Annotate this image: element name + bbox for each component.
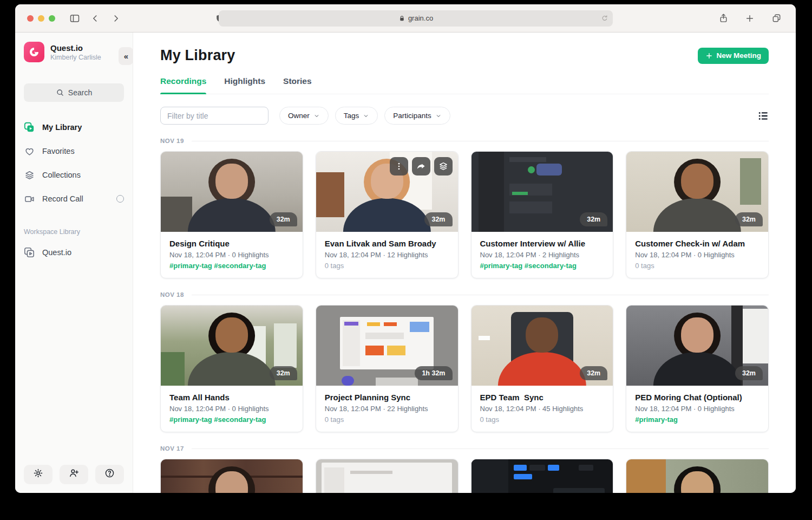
search-button[interactable]: Search [24, 83, 124, 102]
recording-tags[interactable]: #primary-tag #secondary-tag [169, 415, 294, 424]
thumbnail-shape [365, 346, 384, 355]
sidebar-item-collections[interactable]: Collections [24, 163, 124, 187]
share-icon[interactable] [716, 11, 731, 26]
recording-title: Customer Check-in w/ Adam [635, 239, 759, 248]
filter-dropdown-label: Owner [288, 112, 310, 120]
help-button[interactable] [95, 465, 124, 484]
sidebar-item-label: Record Call [42, 194, 83, 203]
recording-meta: Nov 18, 12:04 PM · 22 Highlights [325, 405, 449, 413]
new-meeting-button[interactable]: New Meeting [698, 48, 769, 64]
recording-card[interactable]: More filters [471, 459, 614, 493]
thumbnail-shape [387, 346, 405, 355]
person-face [215, 164, 248, 199]
collections-icon [24, 170, 35, 180]
zoom-window-button[interactable] [49, 15, 55, 22]
filter-by-title-input[interactable] [160, 107, 269, 125]
forward-icon[interactable] [108, 11, 123, 26]
workspace-switcher[interactable]: Quest.io Kimberly Carlisle [24, 42, 124, 62]
date-section-header: NOV 18 [160, 291, 769, 298]
recording-card[interactable]: 32mEPD Team SyncNov 18, 12:04 PM · 45 Hi… [471, 305, 614, 432]
share-icon[interactable] [412, 157, 430, 176]
recording-meta: Nov 18, 12:04 PM · 45 Highlights [480, 405, 605, 413]
recording-card[interactable]: 32mTeam All HandsNov 18, 12:04 PM · 0 Hi… [160, 305, 303, 432]
invite-user-button[interactable] [60, 465, 88, 484]
layers-icon[interactable] [434, 157, 453, 176]
recording-tags[interactable]: #primary-tag [635, 415, 759, 424]
filter-dropdown-owner[interactable]: Owner [279, 107, 329, 125]
thumbnail-shape [161, 197, 192, 232]
filter-dropdown-label: Participants [393, 112, 431, 120]
new-tab-icon[interactable] [742, 11, 757, 26]
sidebar-toggle-icon[interactable] [67, 11, 82, 26]
recording-card[interactable]: 32mPED Moring Chat (Optional)Nov 18, 12:… [626, 305, 769, 432]
date-section-header: NOV 17 [160, 445, 769, 452]
recording-thumbnail: 32m [626, 152, 768, 232]
person-torso [653, 352, 741, 386]
sidebar-item-my-library[interactable]: My Library [24, 115, 124, 139]
person-face [215, 317, 248, 353]
tab-highlights[interactable]: Highlights [224, 76, 265, 94]
duration-badge: 32m [735, 212, 763, 226]
recording-thumbnail: 32m [161, 306, 303, 386]
person-face [681, 164, 713, 199]
thumbnail-shape [509, 157, 546, 162]
thumbnail-shape [472, 459, 508, 493]
recording-thumbnail [161, 459, 303, 493]
settings-button[interactable] [24, 465, 53, 484]
chevron-down-icon [435, 113, 442, 119]
recording-title: Team All Hands [169, 393, 294, 402]
recording-card[interactable]: 32mCustomer Check-in w/ AdamNov 18, 12:0… [626, 151, 769, 278]
recording-tags: 0 tags [325, 415, 449, 424]
sidebar-item-record-call[interactable]: Record Call [24, 187, 124, 211]
back-icon[interactable] [88, 11, 103, 26]
recording-thumbnail [316, 459, 458, 493]
person-torso [653, 198, 741, 232]
plus-icon [705, 52, 713, 60]
sidebar-item-favorites[interactable]: Favorites [24, 139, 124, 163]
address-bar[interactable]: grain.co [219, 10, 613, 27]
filter-dropdown-participants[interactable]: Participants [384, 107, 450, 125]
recording-thumbnail [626, 459, 768, 493]
recording-card[interactable] [160, 459, 303, 493]
tab-stories[interactable]: Stories [283, 76, 312, 94]
recording-tags[interactable]: #primary-tag #secondary-tag [169, 262, 294, 270]
date-divider-line [192, 448, 769, 449]
close-window-button[interactable] [27, 15, 34, 22]
thumbnail-shape [384, 322, 397, 326]
search-label: Search [68, 88, 92, 97]
recording-meta: Nov 18, 12:04 PM · 0 Highlights [635, 405, 759, 413]
thumbnail-shape [514, 465, 527, 470]
tabs-overview-icon[interactable] [769, 11, 784, 26]
sidebar-nav: My LibraryFavoritesCollectionsRecord Cal… [24, 115, 124, 211]
thumbnail-shape [479, 152, 504, 232]
recording-card[interactable]: 32mCustomer Interview w/ AllieNov 18, 12… [471, 151, 614, 278]
duration-badge: 32m [580, 366, 607, 380]
recordings-grid: 32mDesign CritiqueNov 18, 12:04 PM · 0 H… [160, 151, 769, 278]
recording-meta: Nov 18, 12:04 PM · 0 Highlights [635, 251, 759, 259]
recording-card[interactable] [316, 459, 459, 493]
chevron-down-icon [363, 113, 369, 119]
recording-card[interactable]: 32mDesign CritiqueNov 18, 12:04 PM · 0 H… [160, 151, 303, 278]
tab-recordings[interactable]: Recordings [160, 76, 206, 94]
sidebar-bottom-actions [24, 465, 124, 484]
list-view-icon[interactable] [758, 110, 769, 121]
filter-dropdown-tags[interactable]: Tags [335, 107, 378, 125]
thumbnail-shape [161, 352, 185, 386]
sidebar: Quest.io Kimberly Carlisle « Search My L… [15, 32, 133, 493]
reload-icon[interactable] [601, 15, 608, 22]
minimize-window-button[interactable] [38, 15, 44, 22]
date-label: NOV 17 [160, 445, 184, 452]
sidebar-item-label: Collections [42, 171, 81, 179]
recording-card[interactable]: 32mEvan Litvak and Sam BroadyNov 18, 12:… [316, 151, 459, 278]
recording-tags[interactable]: #primary-tag #secondary-tag [480, 262, 605, 270]
recording-thumbnail: 32m [472, 306, 613, 386]
thumbnail-shape [740, 158, 761, 205]
duration-badge: 32m [735, 366, 763, 380]
recording-card[interactable] [626, 459, 769, 493]
collapse-sidebar-button[interactable]: « [119, 47, 133, 65]
workspace-item-quest-io[interactable]: Quest.io [24, 240, 124, 264]
library-outline-icon [24, 247, 35, 258]
recording-card[interactable]: 1h 32mProject Planning SyncNov 18, 12:04… [316, 305, 459, 432]
kebab-icon[interactable] [390, 157, 408, 176]
thumbnail-shape [376, 378, 418, 386]
